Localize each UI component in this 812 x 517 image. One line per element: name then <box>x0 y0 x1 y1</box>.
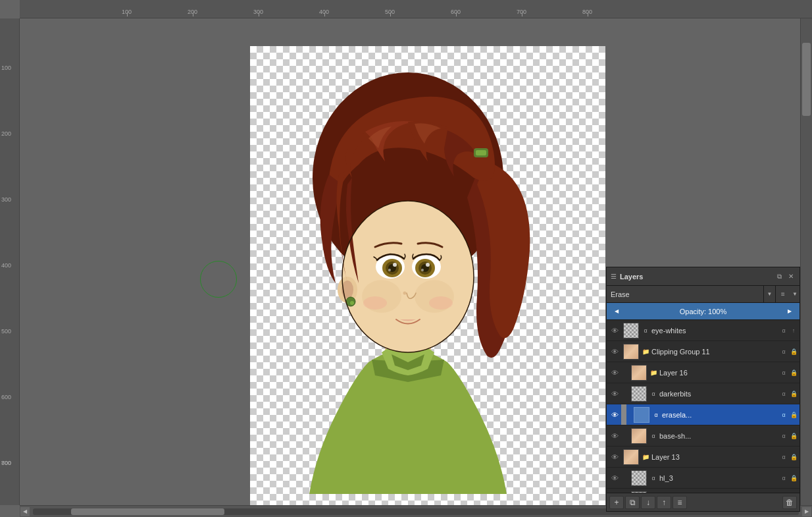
layer-alpha-icon-5: α <box>779 431 788 441</box>
layer-thumb-l13 <box>623 449 639 465</box>
layer-icons-eye-whites: α ↑ <box>779 326 798 335</box>
layer-row-clipping-group-11[interactable]: 👁 📁 Clipping Group 11 α 🔒 <box>607 341 799 362</box>
opacity-decrease-btn[interactable]: ◀ <box>612 307 621 316</box>
layer-row-hl2[interactable]: 👁 α hl_2 α 🔒 <box>607 489 799 493</box>
layer-alpha-icon-4: α <box>779 410 788 420</box>
layer-thumb-cg11 <box>623 344 639 360</box>
ruler-mark-700: 700 <box>517 9 526 15</box>
layer-alpha-icon-3: α <box>779 389 788 398</box>
layer-name-cg11: Clipping Group 11 <box>651 348 779 356</box>
layers-header-left: ☰ Layers <box>611 273 643 281</box>
layer-thumb-hl3 <box>631 470 647 486</box>
blend-mode-dropdown[interactable]: Erase Normal Multiply Screen <box>607 286 764 302</box>
layer-alpha-icon-7: α <box>779 474 788 483</box>
layer-visibility-cg11[interactable]: 👁 <box>608 341 621 362</box>
layer-visibility-hl3[interactable]: 👁 <box>608 468 621 489</box>
svg-point-23 <box>403 292 407 295</box>
move-layer-up-btn[interactable]: ↑ <box>657 496 671 509</box>
layer-visibility-l13[interactable]: 👁 <box>608 447 621 468</box>
left-ruler-mark-600: 600 <box>1 394 11 400</box>
layer-name-basesh: base-sh... <box>659 432 779 440</box>
layer-type-eye-whites: α <box>641 326 650 335</box>
layer-thumb-hl2 <box>631 491 647 493</box>
opacity-label: Opacity: 100% <box>625 308 781 315</box>
right-scroll-thumb[interactable] <box>802 43 811 116</box>
layer-type-cg11: 📁 <box>641 347 650 356</box>
layer-lock-icon-7: 🔒 <box>789 474 798 483</box>
layer-type-erasela: α <box>651 410 661 420</box>
layer-type-basesh: α <box>649 431 658 441</box>
duplicate-layer-btn[interactable]: ⧉ <box>625 496 640 509</box>
delete-layer-btn[interactable]: 🗑 <box>782 496 797 509</box>
blend-mode-arrow[interactable]: ▼ <box>764 286 776 302</box>
right-scrollbar[interactable] <box>800 18 812 505</box>
layer-icons-darkerbits: α 🔒 <box>779 389 798 398</box>
layer-name-l13: Layer 13 <box>651 453 779 461</box>
layer-visibility-hl2[interactable]: 👁 <box>608 489 621 493</box>
opacity-increase-btn[interactable]: ▶ <box>785 307 794 316</box>
left-ruler-mark-100: 100 <box>1 65 11 71</box>
ruler-mark-500: 500 <box>385 9 395 15</box>
ruler-mark-200: 200 <box>188 9 197 15</box>
layer-visibility-erasela[interactable]: 👁 <box>608 404 621 425</box>
left-ruler-mark-300: 300 <box>1 196 11 203</box>
layers-header-icons: ⧉ ✕ <box>774 272 796 281</box>
top-ruler: 100 200 300 400 500 600 700 800 <box>20 0 812 18</box>
layer-row-darkerbits[interactable]: 👁 α darkerbits α 🔒 <box>607 383 799 404</box>
svg-point-24 <box>363 296 387 310</box>
scroll-right-arrow[interactable]: ▶ <box>801 506 812 517</box>
svg-point-15 <box>393 263 397 267</box>
layer-thumb-basesh <box>631 428 647 444</box>
layer-lock-icon-5: 🔒 <box>789 431 798 441</box>
layer-thumb-erasela <box>634 407 649 423</box>
layer-properties-btn[interactable]: ≡ <box>672 496 687 509</box>
opacity-row: ◀ Opacity: 100% ▶ <box>607 303 799 320</box>
character-illustration <box>250 46 566 494</box>
layer-row-layer16[interactable]: 👁 📁 Layer 16 α 🔒 <box>607 362 799 383</box>
left-ruler-mark-800: 800 <box>1 460 11 466</box>
left-ruler: 100 200 300 400 500 600 700 800 <box>0 18 20 505</box>
layer-lock-icon-3: 🔒 <box>789 389 798 398</box>
layer-row-erasela[interactable]: 👁 α erasela... α 🔒 <box>607 404 799 425</box>
layers-panel-icon: ☰ <box>611 273 617 280</box>
layers-panel-close-btn[interactable]: ✕ <box>786 272 796 281</box>
layer-row-hl3[interactable]: 👁 α hl_3 α 🔒 <box>607 468 799 489</box>
layer-name-hl3: hl_3 <box>659 474 779 482</box>
layer-icons-erasela: α 🔒 <box>779 410 798 420</box>
canvas-document[interactable] <box>250 46 605 505</box>
layer-row-eye-whites[interactable]: 👁 α eye-whites α ↑ <box>607 320 799 341</box>
add-layer-btn[interactable]: + <box>609 496 624 509</box>
layers-toolbar: + ⧉ ↓ ↑ ≡ 🗑 <box>607 493 799 511</box>
layer-alpha-icon-0: α <box>779 326 788 335</box>
layer-type-l13: 📁 <box>641 452 650 462</box>
layer-visibility-eye-whites[interactable]: 👁 <box>608 320 621 341</box>
layer-type-l16: 📁 <box>649 368 658 377</box>
layer-visibility-l16[interactable]: 👁 <box>608 362 621 383</box>
move-layer-down-btn[interactable]: ↓ <box>641 496 655 509</box>
ruler-mark-800: 800 <box>582 9 592 15</box>
layers-list[interactable]: 👁 α eye-whites α ↑ 👁 📁 Clipping Group 11… <box>607 320 799 493</box>
layer-icons-hl3: α 🔒 <box>779 474 798 483</box>
svg-point-4 <box>342 201 474 352</box>
left-ruler-mark-500: 500 <box>1 328 11 335</box>
layer-alpha-icon-2: α <box>779 368 788 377</box>
scroll-left-arrow[interactable]: ◀ <box>20 506 30 517</box>
ruler-marks-top: 100 200 300 400 500 600 700 800 <box>20 0 812 16</box>
svg-point-16 <box>388 269 391 271</box>
brush-cursor <box>200 261 237 298</box>
layers-panel-header: ☰ Layers ⧉ ✕ <box>607 267 799 286</box>
clip-indicator <box>621 404 626 425</box>
filter-button[interactable]: ≡ <box>776 286 790 302</box>
scrollbar-thumb[interactable] <box>71 508 224 515</box>
layer-visibility-darkerbits[interactable]: 👁 <box>608 383 621 404</box>
layer-lock-icon-2: 🔒 <box>789 368 798 377</box>
svg-point-22 <box>421 269 424 271</box>
layer-visibility-basesh[interactable]: 👁 <box>608 425 621 447</box>
layer-row-basesh[interactable]: 👁 α base-sh... α 🔒 <box>607 425 799 447</box>
layer-row-layer13[interactable]: 👁 📁 Layer 13 α 🔒 <box>607 447 799 468</box>
layer-thumb-eye-whites <box>623 323 639 339</box>
layer-name-erasela: erasela... <box>662 411 779 419</box>
layers-panel-detach-btn[interactable]: ⧉ <box>774 272 784 281</box>
left-ruler-mark-400: 400 <box>1 262 11 269</box>
filter-arrow[interactable]: ▼ <box>790 286 799 302</box>
